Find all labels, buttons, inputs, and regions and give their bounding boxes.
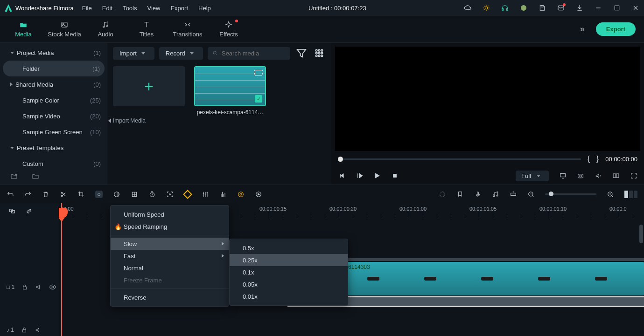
compound-clip-icon[interactable] [8, 207, 16, 215]
eye-icon[interactable] [49, 283, 56, 291]
preview-viewport[interactable] [335, 47, 640, 151]
preview-scrub-track[interactable] [338, 158, 581, 160]
tab-media[interactable]: Media [3, 21, 44, 38]
play-icon[interactable] [373, 172, 381, 179]
motion-tracking-icon[interactable] [237, 191, 245, 198]
auto-reframe-icon[interactable] [166, 191, 174, 198]
menu-file[interactable]: File [82, 5, 92, 12]
speed-menu-normal[interactable]: Normal [111, 262, 229, 274]
folder-icon[interactable] [32, 172, 39, 180]
sidebar-item-sample-green-screen[interactable]: Sample Green Screen(10) [0, 124, 107, 140]
effects-store-icon[interactable] [483, 4, 490, 12]
speed-menu-uniform-speed[interactable]: Uniform Speed [111, 208, 229, 220]
save-icon[interactable] [539, 4, 546, 12]
import-media-handle[interactable]: Import Media [108, 117, 146, 124]
window-maximize-icon[interactable] [613, 4, 621, 12]
audio-track-head[interactable]: ♪ 1 [0, 321, 59, 336]
tab-titles[interactable]: Titles [126, 21, 167, 38]
messages-icon[interactable] [557, 4, 565, 12]
download-icon[interactable] [576, 4, 583, 12]
menu-tools[interactable]: Tools [123, 5, 137, 12]
menu-view[interactable]: View [147, 5, 160, 12]
undo-icon[interactable] [7, 191, 14, 198]
export-button[interactable]: Export [596, 22, 636, 36]
duration-icon[interactable] [148, 191, 156, 198]
volume-icon[interactable] [595, 172, 602, 179]
playhead[interactable] [61, 203, 62, 336]
crop-icon[interactable] [77, 191, 85, 198]
new-folder-icon[interactable] [10, 172, 18, 180]
stop-icon[interactable] [391, 172, 399, 179]
cloud-icon[interactable] [464, 4, 471, 12]
search-media-field[interactable] [222, 50, 286, 57]
link-icon[interactable] [25, 207, 33, 215]
sidebar-item-sample-color[interactable]: Sample Color(25) [0, 92, 107, 108]
account-avatar-icon[interactable] [520, 4, 527, 12]
window-close-icon[interactable] [632, 4, 639, 12]
compare-icon[interactable] [612, 172, 620, 179]
tab-stock-media[interactable]: Stock Media [44, 21, 85, 38]
snapshot-icon[interactable] [577, 172, 584, 179]
sidebar-item-project-media[interactable]: Project Media(1) [0, 45, 107, 61]
ai-icon[interactable] [439, 191, 446, 198]
speed-menu-speed-ramping[interactable]: 🔥Speed Ramping [111, 220, 229, 233]
menu-help[interactable]: Help [198, 5, 211, 12]
speed-icon[interactable] [95, 191, 103, 198]
record-dropdown[interactable]: Record [159, 47, 203, 60]
audio-mixer-icon[interactable] [219, 191, 227, 198]
import-dropdown[interactable]: Import [113, 47, 154, 60]
audio-beat-icon[interactable] [492, 191, 499, 198]
mark-out-icon[interactable]: } [596, 155, 599, 163]
sidebar-item-shared-media[interactable]: Shared Media(0) [0, 76, 107, 92]
timeline-canvas[interactable]: 00:00 00:00:00:15 00:00:00:20 00:00:01:0… [59, 203, 644, 336]
slow-option-0-1x[interactable]: 0.1x [230, 266, 348, 278]
filter-icon[interactable] [295, 47, 308, 60]
window-minimize-icon[interactable] [595, 4, 602, 12]
video-track-head[interactable]: □ 1 [0, 278, 59, 296]
menu-export[interactable]: Export [170, 5, 188, 12]
zoom-out-icon[interactable] [527, 191, 535, 198]
adjust-icon[interactable] [202, 191, 209, 198]
scrub-thumb[interactable] [338, 157, 343, 162]
sidebar-item-sample-video[interactable]: Sample Video(20) [0, 108, 107, 124]
speed-menu-slow[interactable]: Slow [111, 238, 229, 250]
media-clip-thumb[interactable]: ✓ [194, 66, 266, 106]
search-media-input[interactable] [208, 47, 290, 60]
sidebar-item-preset-templates[interactable]: Preset Templates [0, 140, 107, 156]
speed-menu-fast[interactable]: Fast [111, 250, 229, 262]
zoom-slider[interactable] [545, 193, 596, 195]
freeze-frame-icon[interactable] [131, 191, 138, 198]
split-icon[interactable] [60, 191, 67, 198]
delete-icon[interactable] [42, 191, 49, 198]
mute-icon[interactable] [35, 283, 42, 291]
slow-option-0-5x[interactable]: 0.5x [230, 242, 348, 254]
add-track-icon[interactable] [510, 191, 517, 198]
mute-icon[interactable] [35, 326, 42, 334]
headphones-icon[interactable] [501, 4, 509, 12]
render-preview-icon[interactable] [255, 191, 262, 198]
step-back-icon[interactable] [338, 172, 345, 179]
keyframe-icon[interactable] [184, 191, 191, 198]
tab-audio[interactable]: Audio [85, 21, 126, 38]
slow-option-0-01x[interactable]: 0.01x [230, 290, 348, 302]
more-tabs-icon[interactable]: » [580, 24, 583, 34]
grid-view-icon[interactable] [313, 47, 326, 60]
tab-effects[interactable]: Effects [208, 21, 249, 38]
speed-menu-reverse[interactable]: Reverse [111, 291, 229, 303]
lock-icon[interactable] [21, 326, 28, 334]
preview-quality-select[interactable]: Full [516, 171, 549, 181]
marker-icon[interactable] [456, 191, 464, 198]
monitor-icon[interactable] [559, 172, 567, 179]
zoom-in-icon[interactable] [607, 191, 614, 198]
play-pause-icon[interactable] [356, 172, 363, 179]
color-icon[interactable] [113, 191, 120, 198]
tab-transitions[interactable]: Transitions [167, 21, 208, 38]
slow-option-0-25x[interactable]: 0.25x [230, 254, 348, 266]
menu-edit[interactable]: Edit [102, 5, 112, 12]
redo-icon[interactable] [24, 191, 32, 198]
fullscreen-icon[interactable] [630, 172, 637, 179]
timeline-vertical-scrollbar[interactable] [639, 225, 643, 243]
sidebar-item-folder[interactable]: Folder(1) [3, 61, 105, 76]
voiceover-icon[interactable] [474, 191, 482, 198]
slow-option-0-05x[interactable]: 0.05x [230, 278, 348, 290]
